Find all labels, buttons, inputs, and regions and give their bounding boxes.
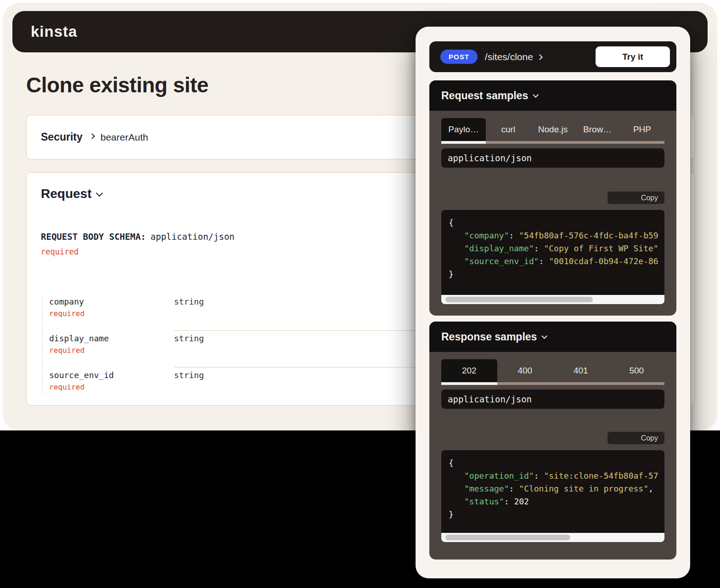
copy-button[interactable]: Copy	[608, 432, 664, 444]
security-value: bearerAuth	[101, 132, 148, 143]
active-tab-underline	[441, 382, 497, 385]
response-code: {"operation_id": "site:clone-54fb80af-57…	[441, 450, 664, 521]
response-code-block: {"operation_id": "site:clone-54fb80af-57…	[441, 450, 664, 542]
code-line: }	[449, 508, 664, 521]
tab-401[interactable]: 401	[553, 359, 609, 382]
code-line: "message": "Cloning site in progress",	[449, 482, 664, 495]
active-tab-underline	[441, 141, 486, 144]
schema-label: REQUEST BODY SCHEMA:	[41, 232, 146, 242]
http-method-badge: POST	[440, 50, 478, 64]
request-samples-title: Request samples	[441, 90, 528, 102]
response-samples-title: Response samples	[441, 331, 537, 343]
code-line: "operation_id": "site:clone-54fb80af-57	[449, 469, 664, 482]
schema-required-badge: required	[41, 247, 79, 256]
response-samples-tabs: 202400401500	[441, 359, 664, 382]
chevron-down-icon	[96, 189, 103, 197]
tab-underline	[441, 141, 664, 144]
security-label: Security	[41, 131, 83, 143]
code-line: {	[449, 457, 664, 469]
field-name: company	[49, 297, 174, 306]
copy-button[interactable]: Copy	[608, 192, 664, 204]
content-type-box: application/json	[441, 390, 664, 409]
code-line: "status": 202	[449, 495, 664, 508]
code-line: "company": "54fb80af-576c-4fdc-ba4f-b59	[449, 229, 664, 242]
schema-value: application/json	[151, 232, 235, 242]
tab-nodejs[interactable]: Node.js	[530, 118, 575, 141]
scrollbar-thumb[interactable]	[445, 535, 570, 540]
code-line: "display_name": "Copy of First WP Site"	[449, 242, 664, 255]
request-samples-tabs: Paylo…curlNode.jsBrow…PHP	[441, 118, 664, 141]
tab-paylo[interactable]: Paylo…	[441, 118, 486, 141]
tab-php[interactable]: PHP	[620, 118, 664, 141]
code-line: {	[449, 216, 664, 229]
chevron-down-icon	[542, 333, 548, 339]
endpoint-path[interactable]: /sites/clone	[485, 51, 533, 62]
page-title: Clone existing site	[26, 73, 208, 97]
try-it-button[interactable]: Try it	[596, 46, 670, 67]
field-name: display_name	[49, 334, 174, 343]
scrollbar-thumb[interactable]	[445, 297, 593, 302]
tab-brow[interactable]: Brow…	[575, 118, 620, 141]
horizontal-scrollbar[interactable]	[441, 533, 664, 542]
code-line: "source_env_id": "0010cdaf-0b94-472e-86	[449, 255, 664, 268]
tab-202[interactable]: 202	[441, 359, 497, 382]
response-samples-header[interactable]: Response samples	[429, 322, 676, 352]
content-type-box: application/json	[441, 148, 664, 168]
request-title: Request	[41, 187, 91, 201]
field-name: source_env_id	[49, 370, 174, 380]
response-samples-panel: Response samples 202400401500 applicatio…	[429, 322, 676, 560]
api-sample-panel: POST /sites/clone Try it Request samples…	[416, 27, 690, 578]
page: kinsta Clone existing site Security bear…	[0, 0, 720, 588]
horizontal-scrollbar[interactable]	[441, 295, 664, 304]
chevron-right-icon	[89, 133, 95, 139]
code-line: }	[449, 268, 664, 281]
request-samples-header[interactable]: Request samples	[429, 80, 676, 111]
field-required-badge: required	[49, 346, 174, 355]
field-required-badge: required	[49, 309, 174, 318]
endpoint-bar: POST /sites/clone Try it	[429, 41, 676, 72]
chevron-right-icon	[537, 54, 543, 60]
tab-underline	[441, 382, 664, 385]
field-required-badge: required	[49, 383, 174, 391]
tab-500[interactable]: 500	[609, 359, 665, 382]
field-guide-line	[42, 298, 43, 393]
request-code-block: {"company": "54fb80af-576c-4fdc-ba4f-b59…	[441, 210, 664, 304]
tab-curl[interactable]: curl	[486, 118, 530, 141]
kinsta-logo: kinsta	[31, 23, 77, 40]
request-code: {"company": "54fb80af-576c-4fdc-ba4f-b59…	[441, 210, 664, 281]
chevron-down-icon	[533, 92, 539, 98]
request-samples-panel: Request samples Paylo…curlNode.jsBrow…PH…	[429, 80, 676, 316]
tab-400[interactable]: 400	[497, 359, 553, 382]
schema-line: REQUEST BODY SCHEMA:application/json	[41, 232, 235, 242]
